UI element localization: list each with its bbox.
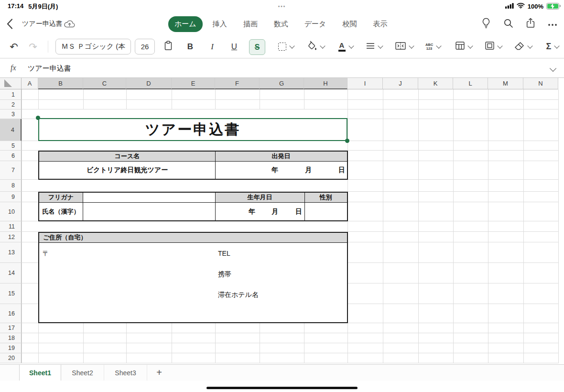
underline-button[interactable]: U: [226, 39, 243, 54]
font-color-icon: A: [338, 42, 346, 52]
course-name-cell[interactable]: ビクトリア終日観光ツアー: [39, 162, 215, 179]
format-as-table-button[interactable]: [450, 39, 477, 54]
sheet-tab-bar: Sheet1 Sheet2 Sheet3 +: [0, 364, 564, 381]
form-title-cell[interactable]: ツアー申込書: [38, 118, 347, 141]
tab-review[interactable]: 校閲: [336, 16, 363, 32]
date: 5月9日(月): [28, 2, 58, 11]
departure-header-cell[interactable]: 出発日: [215, 152, 347, 161]
cloud-save-icon[interactable]: [64, 20, 76, 30]
search-icon[interactable]: [503, 18, 513, 30]
month-unit[interactable]: 月: [305, 162, 312, 179]
number-format-button[interactable]: ABC 123: [420, 39, 446, 54]
postal-mark-cell[interactable]: 〒: [43, 249, 49, 258]
course-header-cell[interactable]: コース名: [39, 152, 215, 161]
formula-bar[interactable]: fx ツアー申込書: [0, 58, 564, 78]
fx-label: fx: [11, 64, 16, 72]
abc123-icon: ABC 123: [425, 43, 433, 51]
selection-handle-top-left[interactable]: [36, 116, 40, 120]
merge-cells-icon: [395, 42, 406, 52]
tab-insert[interactable]: 挿入: [206, 16, 233, 32]
day-unit[interactable]: 日: [295, 203, 302, 220]
font-size-selector[interactable]: 26: [135, 39, 155, 54]
font-color-button[interactable]: A: [332, 39, 359, 54]
status-bar: 17:14 5月9日(月) ••• 100%: [0, 0, 564, 12]
mobile-label-cell[interactable]: 携帯: [218, 270, 231, 278]
document-title[interactable]: ツアー申込書: [22, 20, 63, 28]
ribbon-tabs: ホーム 挿入 描画 数式 データ 校閲 表示: [168, 12, 393, 35]
chevron-down-icon: [348, 43, 354, 48]
tab-home[interactable]: ホーム: [168, 16, 203, 32]
table-grid-icon: [456, 42, 465, 52]
autosum-button[interactable]: Σ: [539, 39, 564, 54]
course-table: コース名 出発日 ビクトリア終日観光ツアー 年 月 日: [38, 151, 348, 180]
formula-expand-chevron-icon[interactable]: [550, 65, 556, 72]
align-lines-icon: [366, 43, 375, 51]
tab-view[interactable]: 表示: [367, 16, 393, 32]
dashed-selection-icon: [278, 43, 286, 51]
chevron-down-icon: [497, 43, 502, 48]
address-table: ご住所（自宅） 〒 TEL 携帯 滞在ホテル名: [38, 232, 348, 323]
formula-value[interactable]: ツアー申込書: [28, 64, 71, 73]
italic-button[interactable]: I: [204, 39, 221, 54]
sheet-tab-sheet1[interactable]: Sheet1: [19, 365, 61, 381]
clipboard-icon: [164, 41, 173, 53]
cell-style-icon: [485, 42, 494, 52]
spreadsheet-grid[interactable]: ABCDEFGHIJKLMN12345678910111213141516171…: [0, 78, 564, 364]
back-chevron-icon[interactable]: [7, 19, 13, 31]
add-sheet-button[interactable]: +: [152, 365, 166, 381]
battery-charging-icon: [546, 3, 559, 10]
furigana-header-cell[interactable]: フリガナ: [39, 193, 83, 202]
chevron-down-icon: [467, 43, 473, 48]
tel-label-cell[interactable]: TEL: [218, 249, 230, 258]
eraser-icon: [514, 42, 524, 52]
tab-formulas[interactable]: 数式: [268, 16, 294, 32]
chevron-down-icon: [436, 43, 441, 48]
undo-button[interactable]: ↶: [6, 39, 22, 54]
wifi-icon: [517, 2, 525, 11]
share-icon[interactable]: [526, 18, 535, 30]
alignment-button[interactable]: [361, 39, 388, 54]
chevron-down-icon: [378, 43, 383, 48]
birthdate-header-cell[interactable]: 生年月日: [215, 193, 304, 202]
more-ellipsis-icon[interactable]: [548, 20, 557, 28]
strikethrough-button[interactable]: S: [249, 39, 265, 55]
tab-draw[interactable]: 描画: [237, 16, 264, 32]
hotel-label-cell[interactable]: 滞在ホテル名: [218, 290, 259, 299]
clear-button[interactable]: [510, 39, 536, 54]
sigma-icon: Σ: [546, 42, 552, 52]
lightbulb-tellme-icon[interactable]: [481, 18, 491, 31]
merge-cells-button[interactable]: [391, 39, 418, 54]
name-label-cell[interactable]: 氏名（漢字）: [39, 203, 83, 220]
sheet-content: ツアー申込書 コース名 出発日 ビクトリア終日観光ツアー 年 月 日 フリガナ …: [0, 78, 564, 364]
cell-styles-button[interactable]: [480, 39, 507, 54]
chevron-down-icon: [554, 43, 560, 48]
year-unit[interactable]: 年: [249, 203, 255, 220]
address-header-cell[interactable]: ご住所（自宅）: [39, 233, 347, 242]
selection-tools-button[interactable]: [272, 39, 299, 54]
chevron-down-icon: [289, 43, 294, 48]
font-name-selector[interactable]: ＭＳ Ｐゴシック (本: [55, 39, 131, 54]
year-unit[interactable]: 年: [271, 162, 278, 179]
bold-button[interactable]: B: [182, 39, 199, 54]
cellular-signal-icon: [505, 2, 514, 11]
selection-handle-bottom-right[interactable]: [345, 139, 349, 143]
redo-button[interactable]: ↷: [25, 39, 41, 54]
tab-data[interactable]: データ: [298, 16, 333, 32]
sheet-tab-sheet2[interactable]: Sheet2: [61, 365, 104, 381]
ipad-excel-screen: 17:14 5月9日(月) ••• 100% ツアー申込書 ホー: [0, 0, 564, 392]
day-unit[interactable]: 日: [338, 162, 345, 179]
chevron-down-icon: [527, 43, 532, 48]
chevron-down-icon: [320, 43, 325, 48]
multitask-indicator-icon[interactable]: •••: [278, 4, 286, 9]
clock: 17:14: [8, 2, 23, 11]
toolbar-divider: [48, 41, 48, 53]
month-unit[interactable]: 月: [271, 203, 278, 220]
gender-header-cell[interactable]: 性別: [304, 193, 347, 202]
sheet-tab-sheet3[interactable]: Sheet3: [104, 365, 147, 381]
name-table: フリガナ 生年月日 性別 氏名（漢字） 年 月 日: [38, 192, 348, 221]
battery-percentage: 100%: [528, 3, 543, 10]
format-painter-button[interactable]: [160, 39, 177, 54]
home-indicator[interactable]: [206, 387, 358, 389]
formatting-toolbar: ↶ ↷ ＭＳ Ｐゴシック (本 26 B I U S A: [0, 35, 564, 58]
fill-color-button[interactable]: [302, 39, 329, 54]
